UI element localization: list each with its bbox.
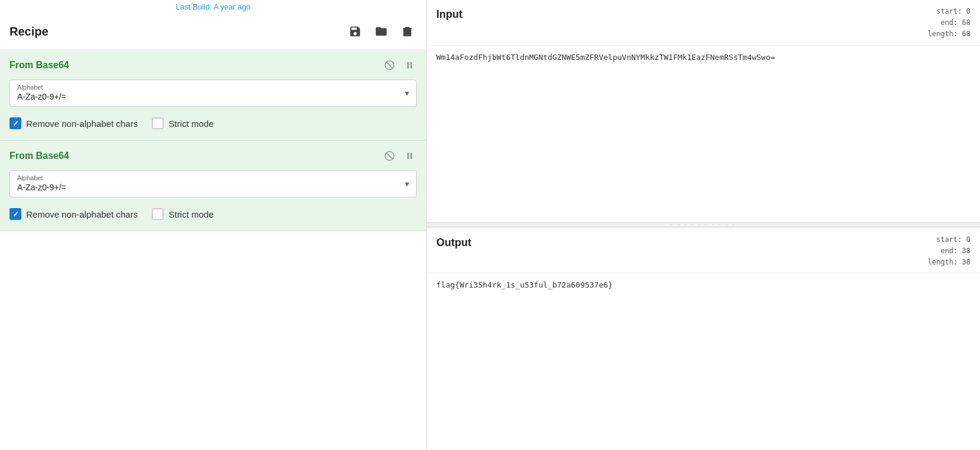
block-2-disable-button[interactable] [382, 149, 397, 163]
last-build-banner: Last Build: A year ago [0, 0, 426, 14]
block-1-header: From Base64 [9, 58, 417, 72]
block-2-strict-checkbox[interactable]: Strict mode [152, 208, 213, 220]
block-2-icons [382, 149, 417, 163]
block-1-alphabet-select[interactable]: Alphabet A-Za-z0-9+/= ▾ [9, 79, 417, 107]
svg-line-8 [387, 153, 393, 159]
output-meta: start: 0 end: 38 length: 38 [928, 234, 971, 269]
output-meta-length: length: 38 [928, 257, 971, 268]
svg-rect-6 [410, 62, 412, 69]
block-2-alphabet-label: Alphabet [10, 171, 416, 181]
recipe-toolbar [346, 22, 417, 41]
block-2-header: From Base64 [9, 149, 417, 163]
svg-rect-10 [410, 153, 412, 159]
input-header: Input start: 0 end: 68 length: 68 [427, 0, 980, 46]
input-meta-length: length: 68 [928, 28, 971, 40]
block-1-options-row: Remove non-alphabet chars Strict mode [9, 115, 417, 132]
block-1-strict-checkbox-box[interactable] [152, 117, 164, 129]
input-section: Input start: 0 end: 68 length: 68 Wm14aF… [427, 0, 980, 222]
block-2-pause-button[interactable] [403, 149, 417, 163]
svg-line-4 [387, 62, 393, 69]
svg-rect-9 [407, 153, 409, 159]
delete-button[interactable] [398, 22, 417, 41]
block-1-alphabet-label: Alphabet [10, 80, 416, 91]
block-1-disable-button[interactable] [382, 58, 397, 72]
block-2-alphabet-select[interactable]: Alphabet A-Za-z0-9+/= ▾ [9, 170, 417, 197]
block-2-strict-label: Strict mode [168, 209, 213, 219]
recipe-block-2: From Base64 Alphabet A-Za-z0-9+/= ▾ Remo… [0, 141, 426, 231]
open-button[interactable] [372, 22, 391, 41]
output-meta-start: start: 0 [928, 234, 971, 245]
output-header: Output start: 0 end: 38 length: 38 [427, 228, 980, 274]
svg-rect-5 [407, 62, 409, 69]
block-2-remove-label: Remove non-alphabet chars [26, 209, 138, 219]
right-panel: Input start: 0 end: 68 length: 68 Wm14aF… [427, 0, 980, 450]
block-1-remove-checkbox-box[interactable] [9, 117, 21, 129]
input-meta-end: end: 68 [928, 17, 971, 28]
left-panel: Last Build: A year ago Recipe From Base6… [0, 0, 427, 450]
block-1-strict-checkbox[interactable]: Strict mode [152, 117, 213, 129]
block-2-remove-checkbox[interactable]: Remove non-alphabet chars [9, 208, 138, 220]
recipe-title: Recipe [9, 25, 346, 39]
recipe-header: Recipe [0, 14, 426, 50]
block-2-alphabet-value: A-Za-z0-9+/= [10, 181, 416, 197]
block-2-options-row: Remove non-alphabet chars Strict mode [9, 206, 417, 222]
input-meta: start: 0 end: 68 length: 68 [928, 6, 971, 40]
block-1-pause-button[interactable] [403, 58, 417, 72]
block-1-alphabet-value: A-Za-z0-9+/= [10, 91, 416, 106]
block-1-remove-checkbox[interactable]: Remove non-alphabet chars [9, 117, 138, 129]
recipe-block-1: From Base64 Alphabet A-Za-z0-9+/= ▾ Remo… [0, 50, 426, 141]
block-2-remove-checkbox-box[interactable] [9, 208, 21, 220]
save-button[interactable] [346, 22, 365, 41]
block-1-strict-label: Strict mode [168, 119, 213, 129]
panel-divider[interactable]: · · · · · · · · · · [427, 222, 980, 227]
output-section: Output start: 0 end: 38 length: 38 flag{… [427, 227, 980, 451]
block-1-icons [382, 58, 417, 72]
block-1-title: From Base64 [9, 60, 382, 71]
block-1-remove-label: Remove non-alphabet chars [26, 119, 138, 129]
input-title: Input [436, 6, 928, 21]
output-title: Output [436, 234, 928, 249]
output-meta-end: end: 38 [928, 245, 971, 257]
svg-rect-2 [406, 27, 410, 28]
input-meta-start: start: 0 [928, 6, 971, 17]
block-2-title: From Base64 [9, 151, 382, 161]
input-content[interactable]: Wm14aFozdFhjbWt6TldnMGNtdGZNWE5mZFRVelpu… [427, 46, 980, 222]
output-content[interactable]: flag{Wri35h4rk_1s_u53ful_b72a609537e6} [427, 273, 980, 450]
block-2-strict-checkbox-box[interactable] [152, 208, 164, 220]
